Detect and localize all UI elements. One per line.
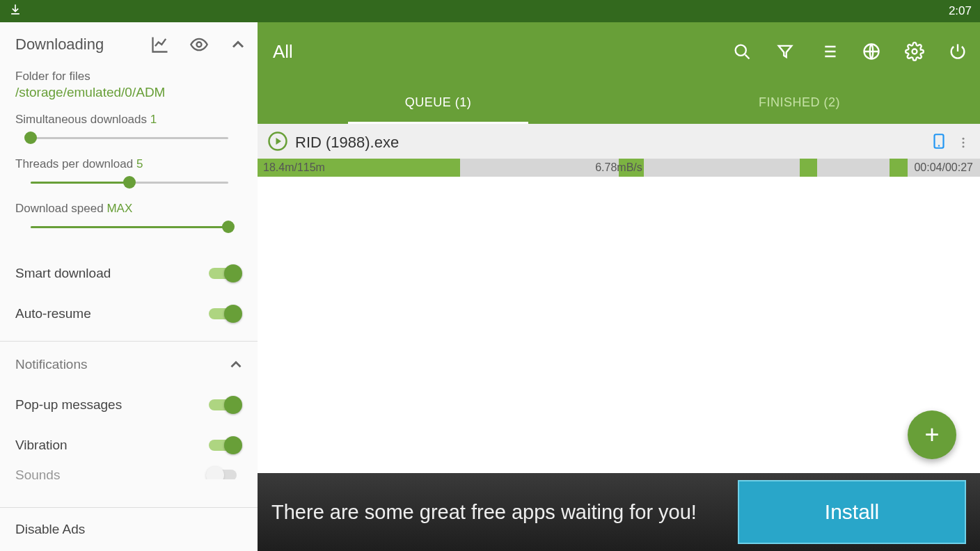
download-item[interactable]: RID (1988).exe 18.4m/115m 6.78mB/s 00:04… [258, 124, 980, 177]
disable-ads-button[interactable]: Disable Ads [0, 507, 258, 551]
smart-download-label: Smart download [15, 266, 209, 281]
tab-queue[interactable]: QUEUE (1) [258, 81, 619, 124]
download-speed: 6.78mB/s [595, 161, 642, 174]
simul-downloads-slider[interactable] [31, 132, 228, 145]
popup-toggle[interactable] [209, 396, 239, 414]
collapse-notifications-icon[interactable] [227, 356, 245, 374]
sounds-toggle[interactable] [209, 466, 239, 479]
auto-resume-toggle[interactable] [209, 305, 239, 323]
power-icon[interactable] [948, 42, 967, 61]
eye-icon[interactable] [189, 35, 209, 54]
svg-point-0 [197, 42, 202, 47]
tab-finished[interactable]: FINISHED (2) [619, 81, 980, 124]
speed-value: MAX [106, 202, 132, 215]
play-icon[interactable] [267, 131, 288, 154]
simul-value: 1 [150, 113, 157, 126]
tab-finished-label: FINISHED (2) [759, 95, 840, 110]
download-notification-icon [8, 3, 22, 20]
collapse-downloading-icon[interactable] [228, 35, 248, 54]
ad-install-label: Install [825, 500, 879, 524]
threads-value: 5 [136, 157, 143, 170]
main-toolbar: All [258, 22, 980, 81]
sounds-label: Sounds [15, 468, 209, 479]
android-status-bar: 2:07 [0, 0, 980, 22]
plus-icon: + [924, 420, 939, 449]
search-icon[interactable] [732, 42, 752, 61]
toolbar-title: All [273, 41, 732, 63]
status-time: 2:07 [949, 4, 972, 18]
tab-queue-label: QUEUE (1) [405, 95, 472, 110]
chart-icon[interactable] [150, 35, 170, 54]
notifications-section-title: Notifications [15, 357, 227, 372]
more-icon[interactable] [952, 136, 974, 150]
vibration-toggle[interactable] [209, 436, 239, 454]
sidebar-section-downloading: Downloading [15, 35, 150, 54]
simul-label: Simultaneous downloads [15, 113, 150, 126]
device-icon [930, 132, 948, 153]
folder-label: Folder for files [15, 70, 242, 83]
ad-install-button[interactable]: Install [738, 480, 966, 544]
download-filename: RID (1988).exe [295, 134, 930, 152]
svg-point-8 [963, 145, 965, 147]
svg-point-3 [912, 49, 917, 54]
folder-path: /storage/emulated/0/ADM [15, 85, 242, 100]
svg-point-1 [736, 45, 746, 56]
gear-icon[interactable] [905, 42, 924, 61]
settings-sidebar: Downloading Folder for files /storage/em… [0, 22, 258, 551]
list-icon[interactable] [819, 42, 838, 61]
main-panel: All QUEUE (1) FINISHED (2) [258, 22, 980, 551]
globe-icon[interactable] [862, 42, 881, 61]
popup-label: Pop-up messages [15, 397, 209, 413]
vibration-label: Vibration [15, 438, 209, 453]
filter-icon[interactable] [775, 42, 795, 61]
ad-text: There are some great free apps waiting f… [271, 501, 738, 524]
auto-resume-label: Auto-resume [15, 306, 209, 321]
speed-label: Download speed [15, 202, 106, 215]
download-size: 18.4m/115m [263, 161, 325, 174]
svg-point-6 [963, 138, 965, 140]
disable-ads-label: Disable Ads [15, 522, 85, 536]
ad-banner: There are some great free apps waiting f… [258, 473, 980, 551]
download-time: 00:04/00:27 [914, 161, 973, 174]
svg-point-7 [963, 142, 965, 144]
threads-slider[interactable] [31, 177, 228, 189]
smart-download-toggle[interactable] [209, 264, 239, 282]
tabs: QUEUE (1) FINISHED (2) [258, 81, 980, 124]
download-progress-bar: 18.4m/115m 6.78mB/s 00:04/00:27 [258, 159, 980, 177]
folder-setting[interactable]: Folder for files /storage/emulated/0/ADM [0, 67, 258, 110]
speed-slider[interactable] [31, 221, 228, 234]
add-download-fab[interactable]: + [908, 410, 956, 459]
threads-label: Threads per download [15, 157, 136, 170]
